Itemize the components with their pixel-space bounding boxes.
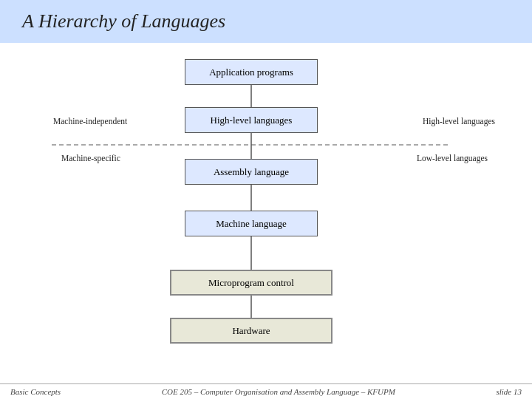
footer: Basic Concepts COE 205 – Computer Organi…: [0, 383, 532, 399]
box-hardware: Hardware: [170, 318, 332, 344]
content-area: Application programs High-level language…: [22, 44, 510, 377]
label-low-level-right: Low-level languages: [417, 154, 488, 163]
label-machine-independent: Machine-independent: [53, 117, 127, 126]
box-application: Application programs: [185, 59, 318, 85]
slide: A Hierarchy of Languages Application: [0, 0, 532, 399]
box-highlevel: High-level languages: [185, 107, 318, 133]
label-high-level-right: High-level languages: [423, 117, 495, 126]
slide-title: A Hierarchy of Languages: [0, 0, 532, 43]
label-machine-specific: Machine-specific: [61, 154, 120, 163]
box-machine: Machine language: [185, 211, 318, 236]
footer-left: Basic Concepts: [10, 387, 61, 396]
box-microprogram: Microprogram control: [170, 270, 332, 296]
box-assembly: Assembly language: [185, 159, 318, 185]
footer-center: COE 205 – Computer Organisation and Asse…: [162, 387, 395, 396]
footer-right: slide 13: [496, 387, 522, 396]
diagram: Application programs High-level language…: [22, 44, 510, 369]
